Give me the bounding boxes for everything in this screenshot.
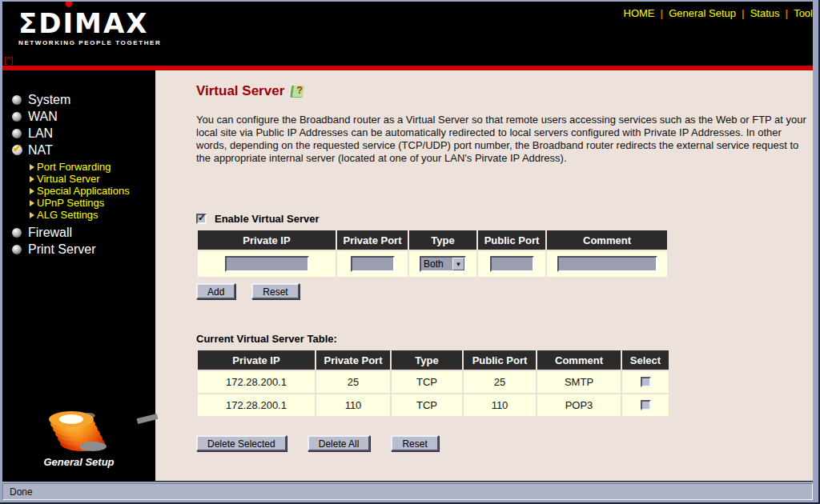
- sidebar-item-label: WAN: [28, 110, 58, 124]
- sidebar-item-label: System: [28, 93, 70, 107]
- sidebar: System WAN LAN NAT Port Forwa: [2, 70, 155, 481]
- sidebar-item-lan[interactable]: LAN: [2, 125, 155, 142]
- column-header: Select: [622, 350, 669, 370]
- nav-separator: |: [786, 7, 789, 19]
- current-virtual-server-table: Private IP Private Port Type Public Port…: [196, 349, 670, 418]
- column-header: Private Port: [316, 350, 390, 370]
- cell-private-ip: 172.28.200.1: [198, 394, 315, 416]
- cell-private-ip: 172.28.200.1: [198, 371, 315, 393]
- nav-home[interactable]: HOME: [624, 7, 655, 19]
- virtual-server-form-table: Private IP Private Port Type Public Port…: [196, 229, 669, 278]
- broken-image-marker: [^]: [4, 55, 13, 65]
- sidebar-item-system[interactable]: System: [2, 91, 155, 108]
- edimax-logo: ΣDIMAX NETWORKING PEOPLE TOGETHER: [18, 10, 161, 46]
- sidebar-item-firewall[interactable]: Firewall: [2, 224, 155, 241]
- sidebar-subitem-virtual-server[interactable]: Virtual Server: [2, 173, 155, 185]
- column-header: Type: [409, 230, 476, 250]
- logo-wordmark: ΣDIMAX: [18, 10, 161, 37]
- sidebar-subitem-label: Virtual Server: [37, 173, 100, 185]
- sidebar-subitem-alg-settings[interactable]: ALG Settings: [2, 209, 155, 221]
- header: ΣDIMAX NETWORKING PEOPLE TOGETHER HOME|G…: [2, 2, 813, 66]
- disc-stack-icon: [49, 411, 113, 453]
- logo-text-prefix: ΣD: [18, 7, 62, 39]
- general-setup-logo: General Setup: [2, 411, 155, 471]
- triangle-bullet-icon: [30, 164, 34, 170]
- reset-table-button[interactable]: Reset: [391, 435, 438, 451]
- sidebar-item-label: LAN: [28, 126, 53, 141]
- page-description: You can configure the Broadband router a…: [196, 114, 810, 165]
- table-row: 172.28.200.1 25 TCP 25 SMTP: [198, 371, 669, 393]
- sidebar-item-wan[interactable]: WAN: [2, 108, 155, 125]
- add-button[interactable]: Add: [196, 283, 235, 299]
- sidebar-subitem-special-applications[interactable]: Special Applications: [2, 185, 155, 197]
- triangle-bullet-icon: [30, 188, 34, 194]
- triangle-bullet-icon: [30, 200, 34, 206]
- sidebar-item-label: Print Server: [28, 242, 95, 257]
- sidebar-subitem-port-forwarding[interactable]: Port Forwarding: [2, 161, 155, 173]
- status-text: Done: [10, 486, 33, 498]
- cell-private-port: 25: [316, 371, 390, 393]
- sidebar-item-label: NAT: [28, 143, 53, 158]
- checkmark-icon: [12, 145, 22, 155]
- private-port-input[interactable]: [351, 256, 395, 272]
- page-title: Virtual Server: [196, 83, 284, 99]
- ball-icon: [12, 95, 22, 105]
- nav-separator: |: [661, 7, 664, 19]
- ball-icon: [12, 228, 22, 238]
- logo-tagline: NETWORKING PEOPLE TOGETHER: [18, 39, 161, 46]
- comment-input[interactable]: [557, 256, 657, 272]
- type-select[interactable]: Both ▼: [420, 256, 466, 272]
- nat-submenu: Port Forwarding Virtual Server Special A…: [2, 161, 155, 221]
- column-header: Public Port: [464, 350, 536, 370]
- column-header: Private IP: [198, 230, 336, 250]
- ball-icon: [12, 129, 22, 138]
- sidebar-item-print-server[interactable]: Print Server: [2, 241, 155, 258]
- sidebar-subitem-label: Special Applications: [37, 185, 130, 197]
- column-header: Public Port: [478, 230, 545, 250]
- chevron-down-icon[interactable]: ▼: [452, 258, 464, 270]
- triangle-bullet-icon: [30, 176, 34, 182]
- main-content: Virtual Server You can configure the Bro…: [155, 70, 813, 481]
- enable-virtual-server-checkbox[interactable]: [196, 214, 207, 224]
- cell-type: TCP: [392, 371, 462, 393]
- row-select-checkbox[interactable]: [641, 377, 651, 387]
- row-select-checkbox[interactable]: [641, 400, 651, 410]
- cell-comment: SMTP: [537, 371, 621, 393]
- cell-public-port: 110: [464, 394, 536, 416]
- column-header: Private Port: [337, 230, 408, 250]
- column-header: Comment: [537, 350, 621, 370]
- column-header: Type: [392, 350, 462, 370]
- enable-virtual-server-label: Enable Virtual Server: [215, 213, 320, 225]
- column-header: Private IP: [198, 350, 315, 370]
- table-row: 172.28.200.1 110 TCP 110 POP3: [198, 394, 669, 416]
- sidebar-subitem-label: Port Forwarding: [37, 161, 111, 173]
- column-header: Comment: [547, 230, 667, 250]
- nav-general-setup[interactable]: General Setup: [669, 7, 736, 19]
- nav-status[interactable]: Status: [750, 7, 780, 19]
- delete-selected-button[interactable]: Delete Selected: [196, 435, 287, 451]
- sidebar-item-label: Firewall: [28, 226, 72, 240]
- delete-all-button[interactable]: Delete All: [308, 435, 371, 451]
- ball-icon: [12, 112, 22, 122]
- help-book-icon[interactable]: [290, 86, 304, 98]
- ball-icon: [12, 245, 22, 254]
- top-navigation: HOME|General Setup|Status|Tool: [624, 7, 813, 19]
- public-port-input[interactable]: [490, 256, 534, 272]
- logo-red-dot-i: I: [62, 7, 74, 39]
- triangle-bullet-icon: [30, 212, 34, 218]
- sidebar-item-nat[interactable]: NAT: [2, 142, 155, 158]
- nav-separator: |: [742, 7, 745, 19]
- cell-type: TCP: [392, 394, 462, 416]
- sidebar-subitem-upnp-settings[interactable]: UPnP Settings: [2, 197, 155, 209]
- private-ip-input[interactable]: [225, 256, 309, 272]
- page-viewport: ΣDIMAX NETWORKING PEOPLE TOGETHER HOME|G…: [2, 2, 813, 482]
- cell-comment: POP3: [537, 394, 621, 416]
- type-select-value: Both: [421, 258, 452, 270]
- logo-text-suffix: MAX: [74, 7, 148, 39]
- general-setup-label: General Setup: [2, 456, 155, 468]
- cell-private-port: 110: [316, 394, 390, 416]
- sidebar-subitem-label: UPnP Settings: [37, 197, 104, 209]
- browser-window: ΣDIMAX NETWORKING PEOPLE TOGETHER HOME|G…: [0, 0, 820, 504]
- nav-tool[interactable]: Tool: [794, 7, 813, 19]
- reset-button[interactable]: Reset: [251, 283, 299, 299]
